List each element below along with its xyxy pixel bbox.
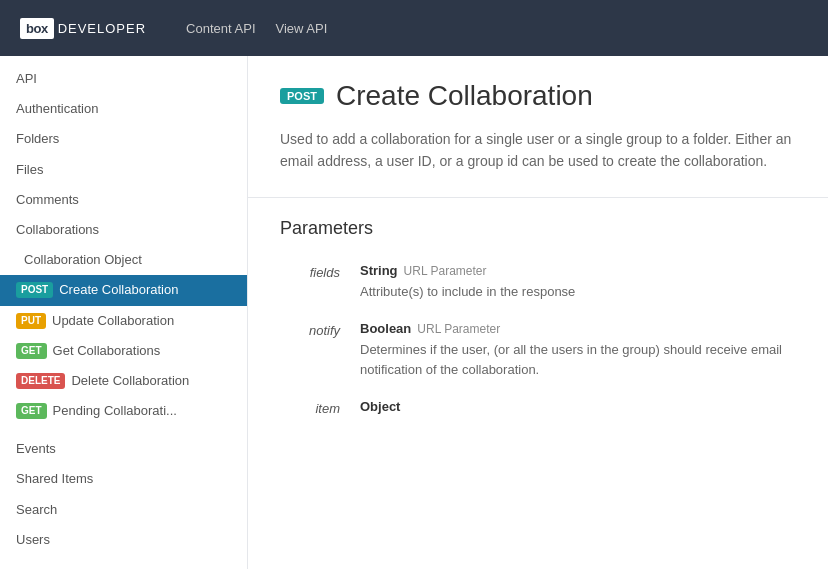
param-type-row-item: Object xyxy=(360,399,796,414)
logo: box DEVELOPER xyxy=(20,18,146,39)
param-desc-notify: Determines if the user, (or all the user… xyxy=(360,340,796,379)
param-type-kind-fields: URL Parameter xyxy=(404,264,487,278)
param-details-item: Object xyxy=(360,399,796,418)
param-desc-fields: Attribute(s) to include in the response xyxy=(360,282,796,302)
sidebar-label-get-collaborations: Get Collaborations xyxy=(53,342,161,360)
sidebar-item-collaboration-object[interactable]: Collaboration Object xyxy=(0,245,247,275)
param-type-name-notify: Boolean xyxy=(360,321,411,336)
badge-post-create: POST xyxy=(16,282,53,298)
param-details-fields: String URL Parameter Attribute(s) to inc… xyxy=(360,263,796,302)
sidebar-item-api[interactable]: API xyxy=(0,64,247,94)
badge-get-get: GET xyxy=(16,343,47,359)
nav-content-api[interactable]: Content API xyxy=(186,21,255,36)
param-name-fields: fields xyxy=(280,263,360,302)
sidebar-item-create-collaboration[interactable]: POST Create Collaboration xyxy=(0,275,247,305)
logo-box-text: box xyxy=(20,18,54,39)
param-name-item: item xyxy=(280,399,360,418)
sidebar-label-pending-collaborations: Pending Collaborati... xyxy=(53,402,177,420)
sidebar-item-folders[interactable]: Folders xyxy=(0,124,247,154)
param-details-notify: Boolean URL Parameter Determines if the … xyxy=(360,321,796,379)
title-section: POST Create Collaboration Used to add a … xyxy=(248,56,828,198)
badge-put-update: PUT xyxy=(16,313,46,329)
sidebar-item-update-collaboration[interactable]: PUT Update Collaboration xyxy=(0,306,247,336)
sidebar-item-delete-collaboration[interactable]: DELETE Delete Collaboration xyxy=(0,366,247,396)
page-description: Used to add a collaboration for a single… xyxy=(280,128,796,173)
sidebar-label-delete-collaboration: Delete Collaboration xyxy=(71,372,189,390)
param-type-kind-notify: URL Parameter xyxy=(417,322,500,336)
param-type-name-fields: String xyxy=(360,263,398,278)
sidebar-item-shared-items[interactable]: Shared Items xyxy=(0,464,247,494)
main-layout: API Authentication Folders Files Comment… xyxy=(0,56,828,569)
param-type-row-fields: String URL Parameter xyxy=(360,263,796,278)
content-area: POST Create Collaboration Used to add a … xyxy=(248,56,828,569)
page-badge-post: POST xyxy=(280,88,324,104)
param-row-notify: notify Boolean URL Parameter Determines … xyxy=(280,321,796,379)
sidebar-label-create-collaboration: Create Collaboration xyxy=(59,281,178,299)
page-title-row: POST Create Collaboration xyxy=(280,80,796,112)
parameters-title: Parameters xyxy=(280,218,796,247)
sidebar-item-users[interactable]: Users xyxy=(0,525,247,555)
param-row-item: item Object xyxy=(280,399,796,418)
sidebar-item-events[interactable]: Events xyxy=(0,434,247,464)
logo-dev-text: DEVELOPER xyxy=(58,21,146,36)
sidebar: API Authentication Folders Files Comment… xyxy=(0,56,248,569)
parameters-section: Parameters fields String URL Parameter A… xyxy=(248,198,828,459)
sidebar-item-comments[interactable]: Comments xyxy=(0,185,247,215)
param-type-name-item: Object xyxy=(360,399,400,414)
sidebar-item-authentication[interactable]: Authentication xyxy=(0,94,247,124)
sidebar-item-search[interactable]: Search xyxy=(0,495,247,525)
sidebar-item-pending-collaborations[interactable]: GET Pending Collaborati... xyxy=(0,396,247,426)
header: box DEVELOPER Content API View API xyxy=(0,0,828,56)
header-nav: Content API View API xyxy=(186,21,327,36)
param-type-row-notify: Boolean URL Parameter xyxy=(360,321,796,336)
sidebar-item-files[interactable]: Files xyxy=(0,155,247,185)
badge-get-pending: GET xyxy=(16,403,47,419)
badge-delete-delete: DELETE xyxy=(16,373,65,389)
page-title: Create Collaboration xyxy=(336,80,593,112)
sidebar-item-get-collaborations[interactable]: GET Get Collaborations xyxy=(0,336,247,366)
sidebar-item-collaborations[interactable]: Collaborations xyxy=(0,215,247,245)
nav-view-api[interactable]: View API xyxy=(276,21,328,36)
param-name-notify: notify xyxy=(280,321,360,379)
sidebar-label-update-collaboration: Update Collaboration xyxy=(52,312,174,330)
param-row-fields: fields String URL Parameter Attribute(s)… xyxy=(280,263,796,302)
